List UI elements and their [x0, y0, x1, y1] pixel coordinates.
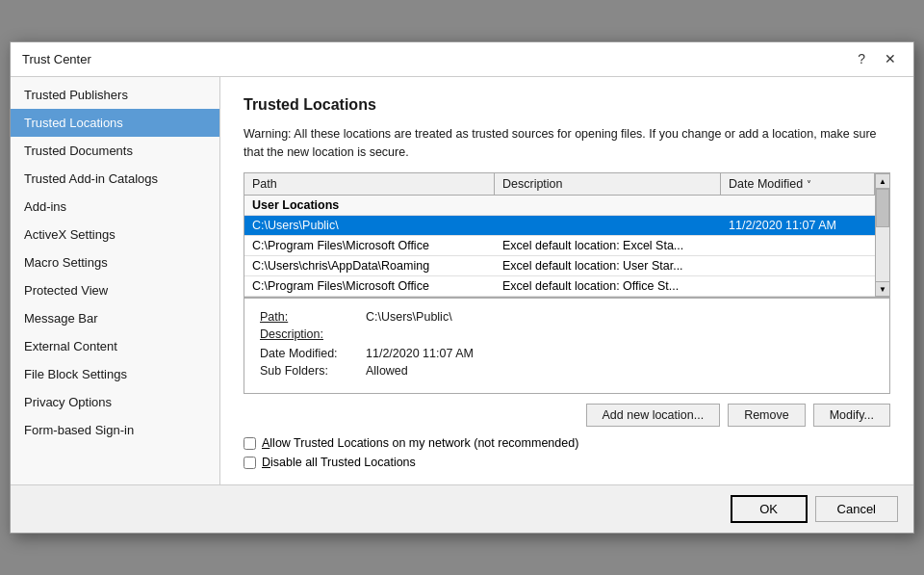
date-modified-value: 11/2/2020 11:07 AM	[366, 347, 474, 360]
title-bar-controls: ? ✕	[852, 50, 902, 67]
detail-path-row: Path: C:\Users\Public\	[260, 310, 874, 324]
table-row[interactable]: C:\Program Files\Microsoft Office Excel …	[244, 236, 875, 256]
row3-path: C:\Users\chris\AppData\Roaming	[244, 256, 495, 275]
dialog-footer: OK Cancel	[11, 484, 913, 533]
row4-date	[721, 276, 875, 296]
sidebar-item-trusted-addin-catalogs[interactable]: Trusted Add-in Catalogs	[11, 165, 219, 193]
detail-subfolders-row: Sub Folders: Allowed	[260, 364, 874, 378]
subfolders-value: Allowed	[366, 364, 408, 378]
close-button[interactable]: ✕	[879, 50, 902, 67]
add-new-location-button[interactable]: Add new location...	[586, 404, 721, 427]
table-row[interactable]: C:\Users\chris\AppData\Roaming Excel def…	[244, 256, 875, 276]
scroll-up-button[interactable]: ▲	[875, 173, 890, 189]
ok-button[interactable]: OK	[731, 495, 808, 523]
row1-date: 11/2/2020 11:07 AM	[721, 216, 875, 235]
sidebar-item-message-bar[interactable]: Message Bar	[11, 304, 219, 332]
table-scrollbar[interactable]: ▲ ▼	[875, 172, 890, 298]
row3-description: Excel default location: User Star...	[495, 256, 721, 275]
sidebar-item-add-ins[interactable]: Add-ins	[11, 193, 219, 221]
date-modified-label: Date Modified	[729, 177, 803, 191]
section-title: Trusted Locations	[244, 96, 890, 114]
cancel-button[interactable]: Cancel	[815, 496, 898, 522]
disable-all-label[interactable]: Disable all Trusted Locations	[262, 456, 416, 469]
disable-all-checkbox-row: Disable all Trusted Locations	[244, 456, 890, 469]
trust-center-dialog: Trust Center ? ✕ Trusted PublishersTrust…	[10, 41, 914, 535]
modify-button[interactable]: Modify...	[813, 404, 890, 427]
help-button[interactable]: ?	[852, 50, 871, 67]
allow-network-label[interactable]: Allow Trusted Locations on my network (n…	[262, 436, 578, 450]
dialog-body: Trusted PublishersTrusted LocationsTrust…	[11, 77, 913, 485]
user-locations-group: User Locations	[244, 196, 875, 216]
sidebar-item-trusted-documents[interactable]: Trusted Documents	[11, 137, 219, 165]
warning-text: Warning: All these locations are treated…	[244, 125, 890, 162]
header-path: Path	[244, 173, 495, 195]
detail-description-row: Description:	[260, 327, 874, 341]
checkboxes-area: Allow Trusted Locations on my network (n…	[244, 436, 890, 469]
header-description: Description	[495, 173, 721, 195]
sidebar-item-macro-settings[interactable]: Macro Settings	[11, 248, 219, 276]
row1-description	[495, 216, 721, 235]
subfolders-label: Sub Folders:	[260, 364, 366, 378]
table-row[interactable]: C:\Program Files\Microsoft Office Excel …	[244, 276, 875, 297]
action-buttons: Add new location... Remove Modify...	[244, 404, 890, 427]
row4-description: Excel default location: Office St...	[495, 276, 721, 296]
table-header: Path Description Date Modified ˅	[244, 173, 875, 196]
row2-path: C:\Program Files\Microsoft Office	[244, 236, 495, 255]
path-label: Path:	[260, 310, 366, 324]
scrollbar-thumb[interactable]	[876, 189, 889, 227]
sidebar-item-trusted-locations[interactable]: Trusted Locations	[11, 109, 219, 137]
disable-all-checkbox[interactable]	[244, 457, 256, 469]
date-modified-label: Date Modified:	[260, 347, 366, 360]
details-area: Path: C:\Users\Public\ Description: Date…	[244, 298, 890, 394]
scroll-down-button[interactable]: ▼	[875, 281, 890, 297]
sidebar-item-activex-settings[interactable]: ActiveX Settings	[11, 221, 219, 248]
sidebar-item-form-based-signin[interactable]: Form-based Sign-in	[11, 416, 219, 444]
group-header-label: User Locations	[244, 196, 875, 215]
row4-path: C:\Program Files\Microsoft Office	[244, 276, 495, 296]
row1-path: C:\Users\Public\	[244, 216, 495, 235]
main-content: Trusted Locations Warning: All these loc…	[220, 77, 913, 485]
table-area: Path Description Date Modified ˅ User Lo…	[244, 172, 890, 298]
description-label: Description:	[260, 327, 366, 341]
sidebar-item-privacy-options[interactable]: Privacy Options	[11, 388, 219, 416]
allow-network-checkbox[interactable]	[244, 437, 256, 450]
sidebar-item-protected-view[interactable]: Protected View	[11, 276, 219, 304]
sidebar: Trusted PublishersTrusted LocationsTrust…	[11, 77, 220, 485]
sort-arrow-icon: ˅	[807, 179, 811, 190]
dialog-title: Trust Center	[22, 52, 91, 66]
remove-button[interactable]: Remove	[728, 404, 806, 427]
row2-description: Excel default location: Excel Sta...	[495, 236, 721, 255]
row3-date	[721, 256, 875, 275]
sidebar-item-trusted-publishers[interactable]: Trusted Publishers	[11, 81, 219, 109]
header-date-modified[interactable]: Date Modified ˅	[721, 173, 875, 195]
scrollbar-track[interactable]	[876, 189, 889, 281]
detail-date-row: Date Modified: 11/2/2020 11:07 AM	[260, 347, 874, 360]
path-value: C:\Users\Public\	[366, 310, 452, 324]
title-bar: Trust Center ? ✕	[11, 42, 913, 77]
sidebar-item-external-content[interactable]: External Content	[11, 332, 219, 360]
sidebar-item-file-block-settings[interactable]: File Block Settings	[11, 360, 219, 388]
row2-date	[721, 236, 875, 255]
allow-network-checkbox-row: Allow Trusted Locations on my network (n…	[244, 436, 890, 450]
table-row[interactable]: C:\Users\Public\ 11/2/2020 11:07 AM	[244, 216, 875, 236]
locations-table: Path Description Date Modified ˅ User Lo…	[244, 172, 875, 298]
